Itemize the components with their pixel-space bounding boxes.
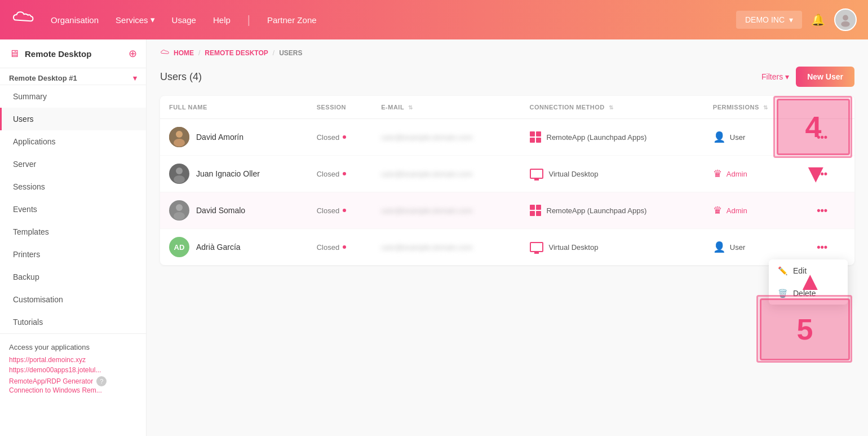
more-button-3[interactable]: ••• [812,202,832,219]
perm-cell-2: ♛ Admin [704,156,803,192]
email-value-3: user@example.domain.com [381,206,472,215]
user-cell-2: Juan Ignacio Oller [160,156,308,192]
sidebar: 🖥 Remote Desktop ⊕ Remote Desktop #1 ▾ S… [0,39,147,436]
footer-link-4[interactable]: Connection to Windows Rem... [9,386,137,394]
more-button-1[interactable]: ••• [812,129,832,146]
more-button-2[interactable]: ••• [812,166,832,182]
sidebar-item-backup[interactable]: Backup [0,266,146,288]
method-cell-4: Virtual Desktop [521,229,704,266]
svg-point-9 [174,175,185,183]
breadcrumb-home[interactable]: HOME [174,49,194,57]
sidebar-item-summary[interactable]: Summary [0,85,146,108]
breadcrumb-sep-1: / [198,49,200,57]
delete-icon: 🗑️ [778,289,787,298]
sidebar-item-sessions[interactable]: Sessions [0,175,146,198]
nav-services[interactable]: Services ▾ [116,15,155,25]
nav-organisation[interactable]: Organisation [51,15,99,25]
sidebar-footer: Access your applications https://portal.… [0,333,146,406]
user-name-3: David Somalo [196,206,245,215]
nav-help[interactable]: Help [213,15,231,25]
sidebar-item-events[interactable]: Events [0,198,146,221]
svg-point-11 [176,204,183,211]
email-cell-4: user@example.domain.com [372,229,520,266]
sidebar-item-users[interactable]: Users [0,108,146,130]
rdp-help-icon[interactable]: ? [96,376,107,386]
sidebar-item-printers[interactable]: Printers [0,243,146,266]
remoteapp-icon-3 [530,205,541,216]
col-fullname: FULL NAME [160,96,308,119]
email-sort-icon: ⇅ [408,104,413,111]
org-selector[interactable]: DEMO INC ▾ [736,11,802,29]
avatar-1 [169,127,189,147]
session-cell-3: Closed [308,192,373,229]
sidebar-item-customisation[interactable]: Customisation [0,288,146,311]
add-service-button[interactable]: ⊕ [129,47,137,60]
connection-sort-icon: ⇅ [609,104,614,111]
content-actions: Filters ▾ New User [761,67,854,87]
context-menu-edit[interactable]: ✏️ Edit [769,259,848,282]
perm-icon-4: 👤 [713,241,725,253]
user-avatar[interactable] [834,8,857,31]
actions-cell-3: ••• [803,192,854,229]
session-cell-2: Closed [308,156,373,192]
email-cell-3: user@example.domain.com [372,192,520,229]
desktop-icon-4 [530,242,543,252]
org-dropdown-icon: ▾ [789,15,793,24]
topnav-right: DEMO INC ▾ 🔔 [736,8,857,31]
col-actions [803,96,854,119]
breadcrumb-remote-desktop[interactable]: REMOTE DESKTOP [205,49,268,57]
page-title: Users (4) [160,71,202,83]
instance-selector[interactable]: Remote Desktop #1 ▾ [0,68,146,85]
filters-chevron-icon: ▾ [785,72,789,81]
method-cell-2: Virtual Desktop [521,156,704,192]
sidebar-item-templates[interactable]: Templates [0,221,146,243]
avatar-2 [169,164,189,184]
filters-button[interactable]: Filters ▾ [761,72,789,81]
email-cell-1: user@example.domain.com [372,119,520,156]
top-navigation: Organisation Services ▾ Usage Help | Par… [0,0,868,39]
sidebar-service-header: 🖥 Remote Desktop ⊕ [0,39,146,68]
annotation-number-5: 5 [760,298,850,360]
breadcrumb-sep-2: / [273,49,274,57]
sidebar-item-server[interactable]: Server [0,153,146,175]
sidebar-item-applications[interactable]: Applications [0,130,146,153]
annotation-box-5 [756,295,852,363]
user-cell-1: David Amorín [160,119,308,156]
col-email[interactable]: E-MAIL ⇅ [372,96,520,119]
instance-chevron-icon: ▾ [133,74,137,82]
col-session: SESSION [308,96,373,119]
col-permissions[interactable]: PERMISSIONS ⇅ [704,96,803,119]
nav-partner-zone[interactable]: Partner Zone [267,15,317,25]
nav-links: Organisation Services ▾ Usage Help | Par… [51,14,736,27]
table-body: David Amorín Closed user@example.domain.… [160,119,854,266]
sidebar-item-tutorials[interactable]: Tutorials [0,311,146,333]
footer-link-3[interactable]: RemoteApp/RDP Generator [9,377,93,385]
table-row: Juan Ignacio Oller Closed user@example.d… [160,156,854,192]
context-menu-delete[interactable]: 🗑️ Delete [769,282,848,305]
perm-cell-3: ♛ Admin [704,192,803,229]
method-cell-3: RemoteApp (Launchpad Apps) [521,192,704,229]
nav-usage[interactable]: Usage [172,15,196,25]
table-row: David Somalo Closed user@example.domain.… [160,192,854,229]
method-cell-1: RemoteApp (Launchpad Apps) [521,119,704,156]
breadcrumb-logo-icon [160,49,169,58]
remoteapp-icon-1 [530,131,541,143]
footer-link-1[interactable]: https://portal.demoinc.xyz [9,356,137,364]
session-dot-1 [343,135,346,139]
new-user-button[interactable]: New User [796,67,854,87]
svg-point-2 [843,15,848,21]
notifications-bell[interactable]: 🔔 [811,13,825,27]
email-value-2: user@example.domain.com [381,170,472,178]
perm-cell-1: 👤 User [704,119,803,156]
footer-rdp-row: RemoteApp/RDP Generator ? [9,376,137,386]
remote-desktop-icon: 🖥 [9,48,19,60]
footer-link-2[interactable]: https://demo00apps18.jotelul... [9,366,137,374]
svg-point-6 [174,139,185,147]
permissions-sort-icon: ⇅ [763,104,768,111]
col-connection-method[interactable]: CONNECTION METHOD ⇅ [521,96,704,119]
email-value-4: user@example.domain.com [381,243,472,252]
content-header: Users (4) Filters ▾ New User [147,62,868,96]
more-button-4[interactable]: ••• [812,239,832,256]
actions-cell-1: ••• [803,119,854,156]
footer-title: Access your applications [9,343,137,351]
